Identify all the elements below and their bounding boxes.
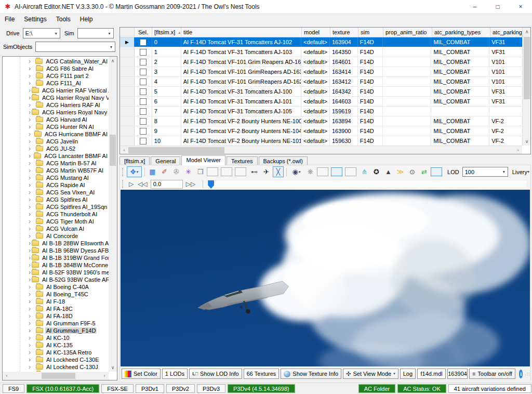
tree-item[interactable]: › ACG Sea Vixen_AI: [3, 189, 109, 196]
cell-model[interactable]: <default>: [301, 37, 330, 47]
scrollbar-thumb[interactable]: [42, 373, 75, 379]
cell-texture[interactable]: 164350: [330, 47, 358, 57]
teapot-icon[interactable]: ▾: [431, 167, 442, 176]
cell-sim[interactable]: F14D: [358, 126, 383, 136]
chevron-right-icon[interactable]: ›: [29, 218, 35, 225]
chevron-right-icon[interactable]: ›: [29, 313, 35, 319]
cell-model[interactable]: <default>: [301, 126, 330, 136]
cell-sim[interactable]: F14D: [358, 37, 383, 47]
rewind-icon[interactable]: ◁◁: [136, 180, 149, 188]
tree-item[interactable]: › AI Lockheed C-130E: [3, 356, 109, 363]
cell-fltsim-index[interactable]: 10: [152, 136, 181, 146]
status-ac-folder[interactable]: AC Folder: [358, 384, 396, 393]
show-lod-info-button[interactable]: L□ Show LOD Info: [189, 369, 242, 379]
tab-backups[interactable]: Backups (*.owl): [259, 156, 308, 165]
chevron-right-icon[interactable]: ›: [29, 175, 35, 181]
chevron-right-icon[interactable]: ›: [29, 262, 31, 268]
tree-item[interactable]: › AI Concorde: [3, 232, 109, 240]
status-variation-count[interactable]: 41 aircraft variations defined: [448, 384, 531, 393]
table-row[interactable]: 4 AI F-14D Tomcat VF-101 GrimReapers AD-…: [120, 77, 522, 87]
sphere-icon[interactable]: ▾: [345, 167, 356, 176]
log-button[interactable]: Log: [400, 369, 416, 379]
set-view-mode-button[interactable]: ✣ Set View Mode ▾: [343, 369, 398, 379]
tree-item[interactable]: › ACG Hurricane BBMF AI: [3, 130, 109, 138]
tree-item[interactable]: › AI B-1B 384BW McConne: [3, 261, 109, 269]
tree-item[interactable]: › ACG Spitfires AI_19Sqn: [3, 203, 109, 211]
slingshot-icon[interactable]: ⋔ ▾: [359, 166, 370, 177]
tree-item[interactable]: › ACG Harvard AI: [3, 116, 109, 123]
cell-fltsim-index[interactable]: 4: [152, 77, 181, 86]
animation-slider[interactable]: [206, 180, 527, 188]
cell-sim[interactable]: F14D: [358, 87, 383, 96]
chevron-right-icon[interactable]: ›: [29, 211, 35, 217]
chevron-right-icon[interactable]: ›: [29, 116, 35, 123]
toolbar-toggle-button[interactable]: ≡ Toolbar on/off: [469, 369, 515, 379]
tree-item[interactable]: › ACG Lancaster BBMF AI: [3, 152, 109, 160]
cell-texture[interactable]: 163412: [330, 77, 358, 86]
tree-item[interactable]: › ACG F111_AI: [3, 80, 109, 87]
cell-sim[interactable]: F14D: [358, 97, 383, 106]
status-p3dv4[interactable]: P3Dv4 (4.5.14.34698): [228, 384, 295, 393]
chevron-down-icon[interactable]: ▾: [52, 31, 60, 36]
row-checkbox[interactable]: [140, 128, 147, 135]
cell-title[interactable]: AI F-14D Tomcat VF-31 Tomcatters AJ-100: [181, 87, 301, 96]
tree-item[interactable]: › AI KC-135: [3, 342, 109, 349]
menu-settings[interactable]: Settings: [19, 14, 51, 24]
cell-model[interactable]: <default>: [301, 116, 330, 126]
row-checkbox[interactable]: [140, 88, 147, 95]
minimize-button[interactable]: –: [463, 0, 486, 14]
column-header-prop-anim-ratio[interactable]: prop_anim_ratio: [383, 28, 432, 37]
refresh-icon[interactable]: ⇄ ▾: [419, 166, 430, 177]
column-header-model[interactable]: model: [302, 28, 330, 37]
tree-item[interactable]: › AI FA-18D: [3, 312, 109, 320]
cell-atc-parking-code[interactable]: VF31: [489, 37, 522, 47]
tree-item[interactable]: › ACG Tiger Moth AI: [3, 218, 109, 225]
tree-item[interactable]: › ACG Catalina_Water_AI: [3, 58, 109, 65]
tree-item[interactable]: › ACG Harriers Royal Navy A: [3, 109, 109, 116]
status-p3dv2[interactable]: P3Dv2: [166, 384, 195, 393]
scrollbar-thumb[interactable]: [110, 135, 116, 166]
cell-texture[interactable]: 164342: [330, 87, 358, 96]
scroll-down-icon[interactable]: ∨: [109, 363, 117, 372]
table-row[interactable]: 9 AI F-14D Tomcat VF-2 Bounty Hunters NE…: [120, 126, 522, 136]
wireframe-cube-icon[interactable]: ❒ ▾: [195, 166, 206, 177]
chevron-right-icon[interactable]: ›: [29, 233, 35, 239]
model-file-field[interactable]: f14d.mdl: [417, 369, 446, 379]
cell-atc-parking-types[interactable]: MIL_COMBAT: [431, 136, 489, 146]
cell-model[interactable]: <default>: [301, 57, 330, 67]
tree-item[interactable]: › ACG F86 Sabre AI: [3, 65, 109, 72]
tab-fltsimx[interactable]: [fltsim.x]: [119, 156, 150, 165]
chevron-down-icon[interactable]: ▾: [137, 170, 139, 174]
row-checkbox[interactable]: [140, 118, 147, 125]
cell-texture[interactable]: 164603: [330, 97, 358, 106]
tree-item[interactable]: › ACG Martin B-57 AI: [3, 160, 109, 167]
cell-atc-parking-types[interactable]: MIL_COMBAT: [431, 126, 489, 136]
cell-sim[interactable]: F14D: [358, 116, 383, 126]
cell-fltsim-index[interactable]: 7: [152, 107, 181, 116]
table-row[interactable]: 7 AI F-14D Tomcat VF-31 Tomcatters AJ-10…: [120, 107, 522, 116]
row-checkbox[interactable]: [140, 108, 147, 115]
chevron-right-icon[interactable]: ›: [29, 226, 35, 232]
cell-prop-anim-ratio[interactable]: [383, 87, 432, 96]
cell-sim[interactable]: F14D: [358, 107, 383, 116]
toolbar-separator[interactable]: ▾: [285, 166, 288, 177]
toolbar-grip[interactable]: [122, 168, 125, 176]
cell-atc-parking-types[interactable]: MIL_COMBAT: [431, 97, 489, 106]
cell-title[interactable]: AI F-14D Tomcat VF-31 Tomcatters AJ-103: [181, 47, 301, 57]
cell-texture[interactable]: 159619: [330, 107, 358, 116]
chevron-down-icon[interactable]: ▾: [299, 170, 301, 174]
table-row[interactable]: 10 AI F-14D Tomcat VF-2 Bounty Hunters N…: [120, 136, 522, 146]
cell-title[interactable]: AI F-14D Tomcat VF-101 GrimReapers AD-16…: [181, 77, 301, 86]
scroll-up-icon[interactable]: ∧: [109, 57, 117, 65]
cell-texture[interactable]: 159630: [330, 136, 358, 146]
scroll-down-icon[interactable]: ∨: [523, 137, 531, 146]
cell-fltsim-index[interactable]: 9: [152, 126, 181, 136]
tree-item[interactable]: › AI Boeing C-40A: [3, 283, 109, 291]
scroll-up-icon[interactable]: ∧: [523, 28, 531, 36]
cell-atc-parking-types[interactable]: [431, 107, 489, 116]
toolbar-grip[interactable]: [122, 180, 125, 188]
column-header-fltsim[interactable]: [fltsim.x] ▴: [152, 28, 181, 37]
chevron-right-icon[interactable]: ›: [29, 277, 31, 283]
chevron-right-icon[interactable]: ›: [29, 240, 31, 246]
lod-combobox[interactable]: 100 ▾: [462, 167, 508, 177]
